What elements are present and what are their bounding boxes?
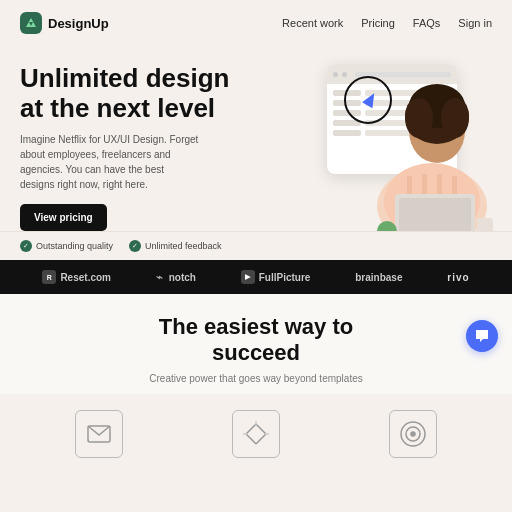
section2-title: The easiest way to succeed xyxy=(20,314,492,367)
target-icon-box xyxy=(389,410,437,458)
nav-pricing[interactable]: Pricing xyxy=(361,17,395,29)
reset-icon: R xyxy=(42,270,56,284)
feature-icons-row xyxy=(0,394,512,458)
fullpicture-icon: ▶ xyxy=(241,270,255,284)
diamond-icon-box xyxy=(232,410,280,458)
brainbase-label: brainbase xyxy=(355,272,402,283)
fullpicture-label: FullPicture xyxy=(259,272,311,283)
trust-label-2: Unlimited feedback xyxy=(145,241,222,251)
logo-brainbase: brainbase xyxy=(355,272,402,283)
hero-title: Unlimited design at the next level xyxy=(20,64,492,124)
hero-subtitle: Imagine Netflix for UX/UI Design. Forget… xyxy=(20,132,200,192)
hero-section: Unlimited design at the next level Imagi… xyxy=(0,46,512,231)
logo-text: DesignUp xyxy=(48,16,109,31)
nav-faqs[interactable]: FAQs xyxy=(413,17,441,29)
nav-signin[interactable]: Sign in xyxy=(458,17,492,29)
nav-recent-work[interactable]: Recent work xyxy=(282,17,343,29)
section2-subtitle: Creative power that goes way beyond temp… xyxy=(20,373,492,384)
trust-item-1: ✓ Outstanding quality xyxy=(20,240,113,252)
nav-links: Recent work Pricing FAQs Sign in xyxy=(282,17,492,29)
trust-item-2: ✓ Unlimited feedback xyxy=(129,240,222,252)
reset-label: Reset.com xyxy=(60,272,111,283)
trust-bar: ✓ Outstanding quality ✓ Unlimited feedba… xyxy=(0,231,512,260)
logo-notch: ⌁ notch xyxy=(156,271,196,284)
trust-label-1: Outstanding quality xyxy=(36,241,113,251)
logos-bar: R Reset.com ⌁ notch ▶ FullPicture brainb… xyxy=(0,260,512,294)
logo-rivo: rivo xyxy=(447,272,469,283)
logo-reset: R Reset.com xyxy=(42,270,111,284)
notch-icon: ⌁ xyxy=(156,271,163,284)
notch-label: notch xyxy=(169,272,196,283)
logo-icon xyxy=(20,12,42,34)
svg-point-22 xyxy=(411,432,415,436)
chat-button[interactable] xyxy=(466,320,498,352)
hero-text: Unlimited design at the next level Imagi… xyxy=(20,56,492,231)
check-icon-2: ✓ xyxy=(129,240,141,252)
logo-fullpicture: ▶ FullPicture xyxy=(241,270,311,284)
svg-rect-16 xyxy=(246,424,266,444)
logo[interactable]: DesignUp xyxy=(20,12,109,34)
check-icon-1: ✓ xyxy=(20,240,32,252)
rivo-label: rivo xyxy=(447,272,469,283)
navbar: DesignUp Recent work Pricing FAQs Sign i… xyxy=(0,0,512,46)
view-pricing-button[interactable]: View pricing xyxy=(20,204,107,231)
envelope-icon-box xyxy=(75,410,123,458)
section2: The easiest way to succeed Creative powe… xyxy=(0,294,512,394)
